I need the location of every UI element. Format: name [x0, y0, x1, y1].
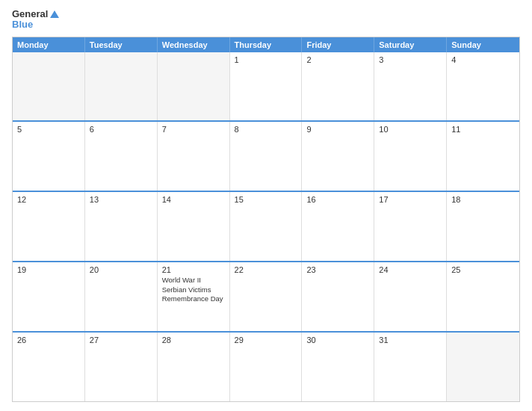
calendar-cell: 31: [374, 333, 447, 401]
day-number: 26: [17, 336, 80, 344]
calendar-cell: 23: [302, 262, 374, 331]
calendar-cell: [85, 52, 158, 121]
calendar-cell: 19: [13, 262, 85, 331]
calendar-cell: 30: [302, 333, 374, 401]
page-header: General Blue: [12, 9, 520, 31]
calendar-cell: 5: [13, 122, 85, 191]
day-number: 14: [162, 195, 225, 204]
calendar-cell: 27: [85, 333, 158, 401]
day-number: 18: [451, 195, 515, 204]
calendar-week-row: 192021World War II Serbian Victims Remem…: [13, 262, 519, 333]
day-number: 16: [306, 195, 369, 204]
day-number: 31: [379, 336, 442, 344]
calendar-cell: 24: [374, 262, 447, 331]
calendar-cell: 14: [158, 192, 230, 261]
event-text: World War II Serbian Victims Remembrance…: [162, 276, 225, 303]
calendar-cell: 2: [302, 52, 374, 121]
calendar-cell: 18: [447, 192, 519, 261]
logo: General Blue: [12, 9, 59, 31]
calendar-cell: 4: [447, 52, 519, 121]
calendar-week-row: 1234: [13, 52, 519, 123]
calendar-cell: 1: [230, 52, 303, 121]
calendar-cell: 8: [230, 122, 303, 191]
calendar-cell: 15: [230, 192, 303, 261]
calendar-body: 123456789101112131415161718192021World W…: [13, 52, 519, 401]
day-number: 12: [17, 195, 80, 204]
calendar-header-cell: Friday: [302, 37, 374, 52]
logo-triangle-icon: [50, 10, 59, 18]
calendar-cell: 3: [374, 52, 447, 121]
calendar-grid: MondayTuesdayWednesdayThursdayFridaySatu…: [12, 37, 520, 402]
day-number: 13: [90, 195, 152, 204]
calendar-cell: 28: [158, 333, 230, 401]
calendar-header-cell: Wednesday: [158, 37, 230, 52]
calendar-cell: 7: [158, 122, 230, 191]
calendar-header-cell: Monday: [13, 37, 85, 52]
day-number: 9: [306, 125, 369, 134]
calendar-header-row: MondayTuesdayWednesdayThursdayFridaySatu…: [13, 37, 519, 52]
calendar-header-cell: Sunday: [447, 37, 519, 52]
calendar-week-row: 12131415161718: [13, 192, 519, 262]
calendar-cell: 11: [447, 122, 519, 191]
day-number: 24: [379, 265, 442, 274]
day-number: 25: [451, 265, 515, 274]
calendar-cell: 6: [85, 122, 158, 191]
calendar-cell: 25: [447, 262, 519, 331]
calendar-cell: 29: [230, 333, 303, 401]
calendar-cell: 21World War II Serbian Victims Remembran…: [158, 262, 230, 331]
calendar-cell: 20: [85, 262, 158, 331]
day-number: 20: [90, 265, 152, 274]
logo-blue: Blue: [12, 19, 33, 30]
day-number: 6: [90, 125, 152, 134]
day-number: 22: [235, 265, 297, 274]
calendar-header-cell: Tuesday: [85, 37, 158, 52]
calendar-cell: 10: [374, 122, 447, 191]
calendar-cell: [447, 333, 519, 401]
calendar-header-cell: Thursday: [230, 37, 303, 52]
calendar-cell: 13: [85, 192, 158, 261]
calendar-header-cell: Saturday: [374, 37, 447, 52]
day-number: 17: [379, 195, 442, 204]
day-number: 4: [451, 55, 515, 64]
day-number: 15: [235, 195, 297, 204]
day-number: 2: [306, 55, 369, 64]
calendar-page: General Blue MondayTuesdayWednesdayThurs…: [0, 0, 532, 411]
calendar-cell: 16: [302, 192, 374, 261]
day-number: 23: [306, 265, 369, 274]
calendar-cell: [13, 52, 85, 121]
day-number: 1: [235, 55, 297, 64]
day-number: 8: [235, 125, 297, 134]
calendar-cell: 9: [302, 122, 374, 191]
day-number: 30: [306, 336, 369, 344]
day-number: 19: [17, 265, 80, 274]
day-number: 3: [379, 55, 442, 64]
calendar-cell: 12: [13, 192, 85, 261]
calendar-week-row: 262728293031: [13, 333, 519, 401]
day-number: 7: [162, 125, 225, 134]
day-number: 10: [379, 125, 442, 134]
day-number: 11: [451, 125, 515, 134]
calendar-cell: 26: [13, 333, 85, 401]
calendar-cell: [158, 52, 230, 121]
calendar-cell: 22: [230, 262, 303, 331]
day-number: 29: [235, 336, 297, 344]
calendar-cell: 17: [374, 192, 447, 261]
day-number: 28: [162, 336, 225, 344]
day-number: 21: [162, 265, 225, 274]
day-number: 27: [90, 336, 152, 344]
calendar-week-row: 567891011: [13, 122, 519, 192]
day-number: 5: [17, 125, 80, 134]
logo-general: General: [12, 9, 48, 19]
